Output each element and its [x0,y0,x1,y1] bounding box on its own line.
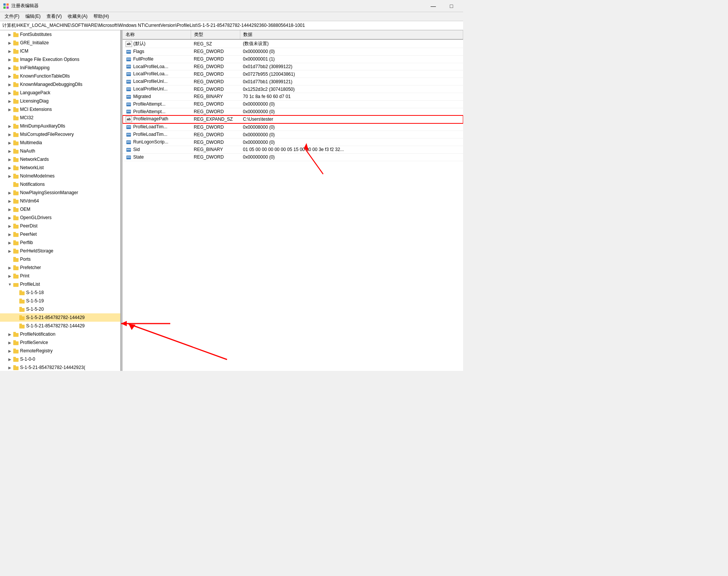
tree-item-peernet[interactable]: ▶ PeerNet [0,230,120,238]
tree-item-languagepack[interactable]: ▶ LanguagePack [0,89,120,97]
tree-item-noimemodeimes[interactable]: ▶ NoImeModeImes [0,172,120,180]
tree-item-mciextensions[interactable]: ▶ MCI Extensions [0,105,120,114]
menu-favorites[interactable]: 收藏夹(A) [65,12,90,20]
expand-icon: ▶ [7,165,13,171]
tree-item-print[interactable]: ▶ Print [0,272,120,280]
table-row[interactable]: abProfileImagePathREG_EXPAND_SZC:\Users\… [123,115,463,123]
tree-item-licensingdiag[interactable]: ▶ LicensingDiag [0,97,120,105]
tree-item-perhwidstorage[interactable]: ▶ PerHwIdStorage [0,247,120,255]
tree-item-profilenotification[interactable]: ▶ ProfileNotification [0,330,120,338]
reg-name-cell: LocalProfileLoa... [123,63,191,70]
tree-item-s-1-5-19[interactable]: ▶ S-1-5-19 [0,297,120,305]
tree-item-inifilemapping[interactable]: ▶ IniFileMapping [0,64,120,72]
tree-item-multimedia[interactable]: ▶ Multimedia [0,139,120,147]
expand-icon: ▶ [7,81,13,87]
tree-item-remoteregistry[interactable]: ▶ RemoteRegistry [0,347,120,355]
table-row[interactable]: ProfileAttempt...REG_DWORD0x00000000 (0) [123,108,463,115]
tree-item-mci32[interactable]: ▶ MCI32 [0,114,120,122]
tree-item-fontsubstitutes[interactable]: ▶ FontSubstitutes [0,30,120,39]
expand-icon: ▶ [7,265,13,271]
folder-icon [13,107,19,112]
maximize-button[interactable]: □ [443,0,460,12]
folder-icon [19,315,25,320]
tree-item-ports[interactable]: ▶ Ports [0,255,120,263]
tree-item-knownmanaged[interactable]: ▶ KnownManagedDebuggingDlls [0,80,120,89]
tree-item-nowplaying[interactable]: ▶ NowPlayingSessionManager [0,188,120,197]
table-row[interactable]: ProfileAttempt...REG_DWORD0x00000000 (0) [123,100,463,108]
tree-item-s-1-5-21-bottom[interactable]: ▶ S-1-5-21-854782782-14442923( [0,363,120,371]
tree-item-s-1-5-21-arrow[interactable]: ▶ S-1-5-21-854782782-144429 [0,322,120,330]
menu-help[interactable]: 帮助(H) [90,12,112,20]
tree-item-profilelist[interactable]: ▼ ProfileList [0,280,120,288]
menu-file[interactable]: 文件(F) [2,12,22,20]
table-row[interactable]: ProfileLoadTim...REG_DWORD0x00008000 (0) [123,123,463,131]
tree-item-s-1-0-0[interactable]: ▶ S-1-0-0 [0,355,120,363]
expand-icon: ▶ [7,215,13,221]
table-row[interactable]: LocalProfileUnl...REG_DWORD0x01d77bb1 (3… [123,78,463,86]
tree-item-networklist[interactable]: ▶ NetworkList [0,163,120,172]
tree-item-perflib[interactable]: ▶ Perflib [0,238,120,247]
tree-item-knownfunction[interactable]: ▶ KnownFunctionTableDlls [0,72,120,80]
tree-label: ProfileNotification [20,332,55,337]
expand-icon: ▶ [7,140,13,146]
tree-label: Ports [20,257,31,262]
table-row[interactable]: FlagsREG_DWORD0x00000000 (0) [123,48,463,56]
menu-edit[interactable]: 编辑(E) [22,12,44,20]
table-row[interactable]: MigratedREG_BINARY70 1c 8a fe 60 60 d7 0… [123,93,463,100]
tree-item-networkcards[interactable]: ▶ NetworkCards [0,155,120,163]
table-row[interactable]: ab(默认)REG_SZ(数值未设置) [123,39,463,48]
tree-label: Notifications [20,182,45,187]
table-row[interactable]: FullProfileREG_DWORD0x00000001 (1) [123,55,463,63]
table-row[interactable]: ProfileLoadTim...REG_DWORD0x00000000 (0) [123,131,463,139]
tree-item-opengldrivers[interactable]: ▶ OpenGLDrivers [0,213,120,222]
tree-item-icm[interactable]: ▶ ICM [0,47,120,55]
reg-data-cell: 0x0727b955 (120043861) [240,70,463,78]
tree-item-notifications[interactable]: ▶ Notifications [0,180,120,188]
reg-data-cell: 0x00000000 (0) [240,139,463,146]
reg-data-cell: 0x00000000 (0) [240,131,463,139]
tree-panel[interactable]: ▶ FontSubstitutes ▶ GRE_Initialize ▶ ICM… [0,30,121,371]
expand-icon: ▶ [7,206,13,212]
table-row[interactable]: LocalProfileUnl...REG_DWORD0x1252d3c2 (3… [123,86,463,93]
tree-label: Print [20,273,30,279]
folder-icon [13,132,19,137]
tree-label: NtVdm64 [20,198,39,204]
reg-type-cell: REG_DWORD [191,108,240,115]
minimize-button[interactable]: — [425,0,442,12]
tree-item-naauth[interactable]: ▶ NaAuth [0,147,120,155]
tree-item-msicorrupted[interactable]: ▶ MsiCorruptedFileRecovery [0,130,120,139]
tree-item-ntvdm64[interactable]: ▶ NtVdm64 [0,197,120,205]
tree-label: ICM [20,48,28,54]
table-row[interactable]: SidREG_BINARY01 05 00 00 00 00 00 05 15 … [123,146,463,153]
expand-icon: ▶ [7,40,13,46]
svg-rect-2 [3,6,6,9]
tree-item-gre[interactable]: ▶ GRE_Initialize [0,39,120,47]
tree-item-profileservice[interactable]: ▶ ProfileService [0,338,120,347]
tree-item-s-1-5-20[interactable]: ▶ S-1-5-20 [0,305,120,313]
svg-rect-0 [3,3,6,6]
reg-name-cell: ab(默认) [123,39,191,48]
folder-icon [13,248,19,254]
tree-item-s-1-5-21-selected[interactable]: ▶ S-1-5-21-854782782-144429 [0,313,120,322]
tree-label: NowPlayingSessionManager [20,190,78,195]
folder-icon [13,32,19,37]
tree-item-imagefile[interactable]: ▶ Image File Execution Options [0,55,120,64]
expand-icon: ▶ [7,98,13,104]
tree-label: PeerDist [20,223,37,229]
tree-item-minidump[interactable]: ▶ MiniDumpAuxiliaryDlls [0,122,120,130]
expand-icon: ▶ [7,364,13,371]
expand-icon: ▶ [7,240,13,246]
tree-item-prefetcher[interactable]: ▶ Prefetcher [0,263,120,272]
table-row[interactable]: LocalProfileLoa...REG_DWORD0x0727b955 (1… [123,70,463,78]
folder-icon [13,98,19,104]
table-row[interactable]: RunLogonScrip...REG_DWORD0x00000000 (0) [123,139,463,146]
table-row[interactable]: StateREG_DWORD0x00000000 (0) [123,153,463,161]
tree-item-peerdist[interactable]: ▶ PeerDist [0,222,120,230]
menu-view[interactable]: 查看(V) [44,12,65,20]
reg-name-cell: Flags [123,48,191,56]
tree-item-oem[interactable]: ▶ OEM [0,205,120,213]
table-row[interactable]: LocalProfileLoa...REG_DWORD0x01d77bb2 (3… [123,63,463,70]
reg-data-cell: 0x1252d3c2 (307418050) [240,86,463,93]
tree-item-s-1-5-18[interactable]: ▶ S-1-5-18 [0,288,120,297]
reg-type-cell: REG_DWORD [191,139,240,146]
